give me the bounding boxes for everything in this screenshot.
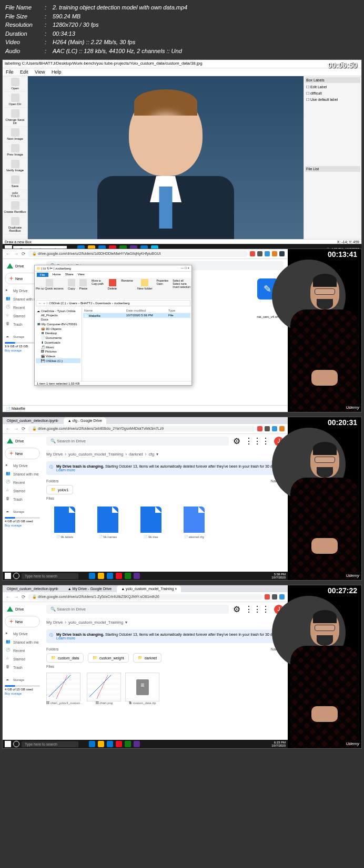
ribbon-copypath[interactable]: Copy path bbox=[92, 282, 104, 285]
crumb-item[interactable]: cfg bbox=[148, 452, 154, 457]
browser-tab[interactable]: Object_custom_detection.ipynb bbox=[3, 585, 63, 592]
file-item[interactable]: 📄 alexnet.cfg bbox=[176, 507, 213, 539]
task-icon[interactable] bbox=[98, 573, 104, 579]
extension-icon[interactable] bbox=[257, 251, 262, 256]
url-input[interactable]: 🔒 drive.google.com/drive/u/2/folders/1d0… bbox=[28, 251, 248, 257]
file-thumbnail[interactable] bbox=[87, 673, 121, 701]
extension-icon[interactable] bbox=[272, 426, 277, 431]
tool-format[interactable]: yoloYOLO bbox=[3, 190, 27, 200]
apps-icon[interactable]: ⋮⋮⋮ bbox=[245, 436, 270, 446]
crumb-item[interactable]: yolo_custom_model_Training bbox=[68, 452, 123, 457]
sidebar-trash[interactable]: 🗑Trash bbox=[5, 663, 40, 671]
tool-next-image[interactable]: Next Image bbox=[3, 127, 27, 142]
nav-item[interactable]: 📄 Documents bbox=[36, 335, 80, 340]
new-button[interactable]: + New bbox=[5, 616, 40, 627]
learn-more-link[interactable]: Learn more bbox=[56, 468, 75, 472]
ribbon-pin[interactable]: Pin to Quick access bbox=[36, 279, 64, 298]
task-icon[interactable] bbox=[134, 573, 140, 579]
ribbon-newfolder[interactable]: New folder bbox=[137, 279, 153, 298]
browser-tab-active[interactable]: ▲ yolo_custom_model_Training × bbox=[117, 585, 181, 592]
edit-label-checkbox[interactable]: ☐ Edit Label bbox=[305, 84, 360, 90]
extension-icon[interactable] bbox=[265, 594, 270, 600]
ribbon-tab-share[interactable]: Share bbox=[65, 273, 74, 277]
folder-item[interactable]: 📁 yolov1 bbox=[46, 485, 73, 494]
tool-save[interactable]: Save bbox=[3, 174, 27, 190]
forward-button[interactable]: → bbox=[14, 594, 18, 600]
task-icon[interactable] bbox=[107, 741, 113, 747]
tool-duplicate-rectbox[interactable]: Duplicate RectBox bbox=[3, 215, 27, 234]
sidebar-recent[interactable]: 🕐Recent bbox=[5, 478, 40, 487]
crumb-item[interactable]: yolo_custom_model_Training bbox=[68, 620, 123, 625]
extension-icon[interactable] bbox=[250, 251, 255, 256]
task-icon[interactable] bbox=[107, 573, 113, 579]
drive-search-input[interactable]: 🔍 Search in Drive bbox=[46, 605, 229, 614]
file-item[interactable]: 📄 9k.tree bbox=[133, 507, 169, 539]
buy-storage-link[interactable]: Buy storage bbox=[5, 524, 40, 527]
extension-icon[interactable] bbox=[265, 426, 270, 431]
canvas[interactable] bbox=[28, 76, 304, 239]
ribbon-tab-view[interactable]: View bbox=[78, 273, 85, 277]
tool-create-rectbox[interactable]: Create RectBox bbox=[3, 200, 27, 215]
url-input[interactable]: 🔒 drive.google.com/drive/u/2/folders/1eb… bbox=[28, 426, 255, 432]
menu-help[interactable]: Help bbox=[52, 69, 62, 75]
menu-file[interactable]: File bbox=[6, 69, 14, 75]
ribbon-rename[interactable]: Rename bbox=[121, 279, 133, 298]
col-type[interactable]: Type bbox=[168, 309, 189, 312]
search-input[interactable]: Type here to search bbox=[22, 573, 78, 579]
reload-button[interactable]: ⟳ bbox=[22, 251, 26, 256]
url-input[interactable]: 🔒 drive.google.com/drive/u/2/folders/1-Z… bbox=[28, 594, 262, 600]
col-date[interactable]: Date modified bbox=[126, 309, 168, 312]
task-icon[interactable] bbox=[125, 573, 131, 579]
nav-item[interactable]: ⬇ Downloads bbox=[36, 340, 80, 345]
maximize-button[interactable]: □ bbox=[185, 266, 187, 270]
back-button[interactable]: ← bbox=[6, 594, 11, 600]
task-icon[interactable] bbox=[116, 573, 122, 579]
difficult-checkbox[interactable]: ☐ difficult bbox=[305, 90, 360, 97]
crumb-item[interactable]: My Drive bbox=[46, 620, 63, 625]
ribbon-tab-home[interactable]: Home bbox=[53, 273, 61, 277]
sidebar-starred[interactable]: ☆Starred bbox=[5, 655, 40, 663]
search-input[interactable]: Type here to search bbox=[22, 741, 78, 747]
extension-icon[interactable] bbox=[257, 426, 262, 431]
browser-tab[interactable]: Object_custom_detection.ipynb bbox=[3, 417, 63, 424]
nav-item[interactable]: 🖥 Desktop bbox=[36, 331, 80, 335]
file-row[interactable]: 📄 Makefile 10/7/2020 5:36 PM File bbox=[83, 313, 190, 318]
forward-button[interactable]: → bbox=[14, 251, 18, 256]
task-icon[interactable] bbox=[134, 741, 140, 747]
start-button[interactable] bbox=[5, 573, 11, 579]
nav-computer[interactable]: 💻 My Computer-BV-LT0031 bbox=[36, 322, 80, 326]
nav-item[interactable]: 🎬 Videos bbox=[36, 354, 80, 358]
nav-item[interactable]: All_Projects bbox=[36, 313, 80, 317]
drive-search-input[interactable]: 🔍 Search in Drive bbox=[46, 437, 229, 446]
menu-view[interactable]: View bbox=[35, 69, 45, 75]
task-icon[interactable] bbox=[89, 573, 95, 579]
extension-icon[interactable] bbox=[279, 251, 285, 256]
cortana-icon[interactable] bbox=[13, 573, 19, 579]
apps-icon[interactable]: ⋮⋮⋮ bbox=[245, 604, 270, 614]
task-icon[interactable] bbox=[116, 741, 122, 747]
extension-icon[interactable] bbox=[279, 594, 285, 600]
folder-item[interactable]: 📁 custom_weight bbox=[88, 653, 129, 663]
nav-item[interactable]: 📦 3D Objects bbox=[36, 326, 80, 331]
sidebar-trash[interactable]: 🗑Trash bbox=[5, 495, 40, 503]
sidebar-my-drive[interactable]: ▸My Drive bbox=[5, 461, 40, 470]
breadcrumb-bar[interactable]: ← → ↑ OSDisk (C:) › Users › BHATTJ › Dow… bbox=[36, 300, 190, 306]
extension-icon[interactable] bbox=[272, 251, 277, 256]
col-name[interactable]: Name bbox=[84, 309, 126, 312]
extension-icon[interactable] bbox=[265, 251, 270, 256]
sidebar-shared[interactable]: 👥Shared with me bbox=[5, 470, 40, 478]
drive-logo[interactable]: Drive bbox=[5, 604, 40, 614]
sidebar-shared[interactable]: 👥Shared with me bbox=[5, 638, 40, 646]
extension-icon[interactable] bbox=[272, 594, 277, 600]
browser-tab-active[interactable]: ▲ cfg - Google Drive bbox=[64, 417, 106, 424]
ribbon-copy[interactable]: Copy bbox=[68, 279, 75, 298]
sidebar-recent[interactable]: 🕐Recent bbox=[5, 646, 40, 655]
crumb-item[interactable]: darknet bbox=[129, 452, 143, 457]
file-item[interactable]: 📄 9k.labels bbox=[46, 507, 83, 539]
folder-item[interactable]: 📁 darknet bbox=[133, 653, 161, 663]
ribbon-paste[interactable]: Paste bbox=[79, 279, 87, 298]
menu-edit[interactable]: Edit bbox=[20, 69, 28, 75]
file-label[interactable]: net_cam_v4.sh bbox=[257, 315, 278, 318]
nav-item[interactable]: 💾 OSDisk (C:) bbox=[36, 358, 80, 363]
extension-icon[interactable] bbox=[279, 426, 285, 431]
